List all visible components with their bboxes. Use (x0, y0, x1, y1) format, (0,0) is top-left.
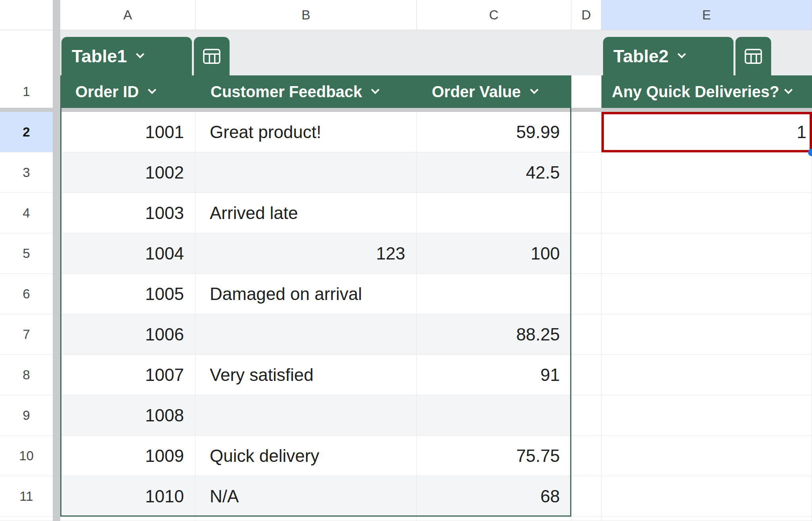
frozen-row-divider[interactable] (0, 108, 812, 112)
cell-b6[interactable]: Damaged on arrival (195, 274, 417, 314)
cell-e12[interactable] (601, 517, 812, 521)
cell-d4[interactable] (571, 193, 601, 233)
table2-grid-button[interactable] (735, 37, 771, 75)
cell-a8[interactable]: 1007 (60, 355, 195, 395)
cell-c4[interactable] (417, 193, 571, 233)
frozen-column-divider[interactable] (53, 517, 60, 521)
cell-e2[interactable]: 1 (601, 112, 812, 152)
table1-grid-button[interactable] (194, 37, 230, 75)
cell-c2[interactable]: 59.99 (417, 112, 571, 152)
cell-d3[interactable] (571, 152, 601, 193)
cell-b3[interactable] (195, 152, 417, 193)
frozen-column-divider[interactable] (53, 233, 60, 274)
cell-e9[interactable] (601, 395, 812, 436)
frozen-column-divider[interactable] (53, 314, 60, 355)
cell-e5[interactable] (601, 233, 812, 274)
row-header-5[interactable]: 5 (0, 233, 53, 274)
row-header-4[interactable]: 4 (0, 193, 53, 233)
table1-tab[interactable]: Table1 (61, 37, 230, 75)
cell-a4[interactable]: 1003 (60, 193, 195, 233)
chevron-down-icon[interactable] (530, 85, 538, 94)
cell-c7[interactable]: 88.25 (417, 314, 571, 355)
cell-b4[interactable]: Arrived late (195, 193, 417, 233)
frozen-column-divider[interactable] (53, 355, 60, 395)
cell-e3[interactable] (601, 152, 812, 193)
cell-b11[interactable]: N/A (195, 476, 417, 517)
cell-e4[interactable] (601, 193, 812, 233)
cell-a11[interactable]: 1010 (60, 476, 195, 517)
frozen-column-divider[interactable] (53, 395, 60, 436)
cell-a12[interactable] (60, 517, 195, 521)
cell-e8[interactable] (601, 355, 812, 395)
cell-a6[interactable]: 1005 (60, 274, 195, 314)
table1-tab-main[interactable]: Table1 (61, 37, 192, 75)
header-cell-order-value[interactable]: Order Value (417, 75, 571, 108)
cell-d1[interactable] (571, 75, 601, 108)
frozen-column-divider[interactable] (53, 0, 60, 30)
chevron-down-icon[interactable] (784, 85, 793, 94)
cell-d5[interactable] (571, 233, 601, 274)
row-header-8[interactable]: 8 (0, 355, 53, 395)
cell-d8[interactable] (571, 355, 601, 395)
cell-c8[interactable]: 91 (417, 355, 571, 395)
chevron-down-icon[interactable] (371, 85, 379, 94)
cell-e11[interactable] (601, 476, 812, 517)
cell-d6[interactable] (571, 274, 601, 314)
cell-c6[interactable] (417, 274, 571, 314)
frozen-column-divider[interactable] (53, 112, 60, 152)
row-header-7[interactable]: 7 (0, 314, 53, 355)
chevron-down-icon[interactable] (148, 85, 156, 94)
frozen-column-divider[interactable] (53, 274, 60, 314)
row-header-6[interactable]: 6 (0, 274, 53, 314)
column-header-e[interactable]: E (601, 0, 812, 30)
cell-b10[interactable]: Quick delivery (195, 436, 417, 476)
cell-c10[interactable]: 75.75 (417, 436, 571, 476)
frozen-column-divider[interactable] (53, 75, 60, 108)
cell-c12[interactable] (417, 517, 571, 521)
cell-b5[interactable]: 123 (195, 233, 417, 274)
cell-c5[interactable]: 100 (417, 233, 571, 274)
chevron-down-icon[interactable] (678, 50, 686, 58)
cell-b12[interactable] (195, 517, 417, 521)
cell-c11[interactable]: 68 (417, 476, 571, 517)
frozen-column-divider[interactable] (53, 476, 60, 517)
column-header-a[interactable]: A (60, 0, 195, 30)
column-header-c[interactable]: C (417, 0, 571, 30)
header-cell-order-id[interactable]: Order ID (60, 75, 195, 108)
cell-d2[interactable] (571, 112, 601, 152)
row-header-11[interactable]: 11 (0, 476, 53, 517)
cell-a5[interactable]: 1004 (60, 233, 195, 274)
row-header-3[interactable]: 3 (0, 152, 53, 193)
column-header-d[interactable]: D (571, 0, 601, 30)
cell-e10[interactable] (601, 436, 812, 476)
cell-a9[interactable]: 1008 (60, 395, 195, 436)
row-header-12[interactable] (0, 517, 53, 521)
cell-c3[interactable]: 42.5 (417, 152, 571, 193)
header-cell-customer-feedback[interactable]: Customer Feedback (195, 75, 417, 108)
cell-d11[interactable] (571, 476, 601, 517)
frozen-column-divider[interactable] (53, 436, 60, 476)
frozen-column-divider[interactable] (53, 152, 60, 193)
header-cell-any-quick-deliveries[interactable]: Any Quick Deliveries? (601, 75, 812, 108)
cell-a2[interactable]: 1001 (60, 112, 195, 152)
cell-a10[interactable]: 1009 (60, 436, 195, 476)
cell-b8[interactable]: Very satisfied (195, 355, 417, 395)
table2-tab[interactable]: Table2 (603, 37, 771, 75)
cell-e6[interactable] (601, 274, 812, 314)
cell-d10[interactable] (571, 436, 601, 476)
column-header-b[interactable]: B (195, 0, 417, 30)
cell-a7[interactable]: 1006 (60, 314, 195, 355)
cell-a3[interactable]: 1002 (60, 152, 195, 193)
chevron-down-icon[interactable] (136, 50, 144, 58)
row-header-9[interactable]: 9 (0, 395, 53, 436)
table2-tab-main[interactable]: Table2 (603, 37, 733, 75)
select-all-corner[interactable] (0, 0, 53, 30)
cell-b2[interactable]: Great product! (195, 112, 417, 152)
cell-c9[interactable] (417, 395, 571, 436)
frozen-column-divider[interactable] (53, 193, 60, 233)
frozen-column-divider[interactable] (53, 30, 60, 75)
row-header-1[interactable]: 1 (0, 75, 53, 108)
cell-d7[interactable] (571, 314, 601, 355)
cell-b9[interactable] (195, 395, 417, 436)
cell-d9[interactable] (571, 395, 601, 436)
